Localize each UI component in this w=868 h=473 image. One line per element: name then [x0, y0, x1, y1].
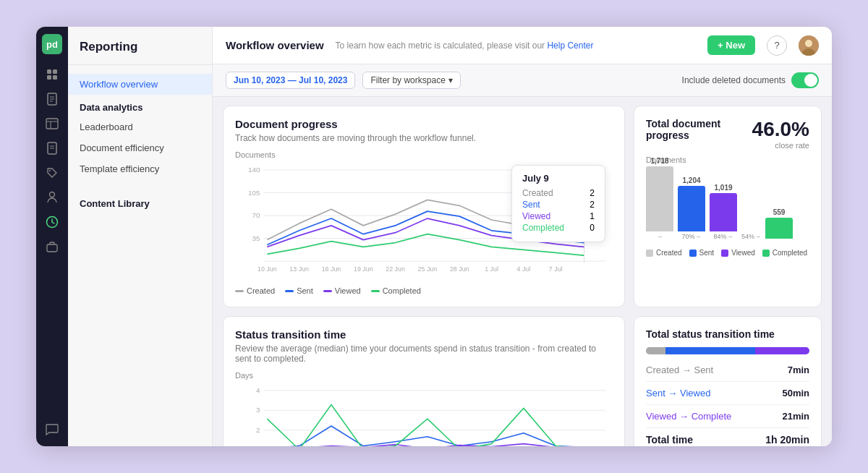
- main-content: Workflow overview To learn how each metr…: [213, 27, 832, 446]
- tooltip-label-created: Created: [522, 188, 553, 198]
- doc-progress-title: Document progress: [235, 118, 613, 130]
- tooltip-date: July 9: [522, 173, 595, 184]
- sidebar-item-leaderboard[interactable]: Leaderboard: [68, 116, 212, 137]
- legend-completed: Completed: [371, 286, 421, 295]
- avatar: [799, 35, 819, 56]
- svg-text:4 Jul: 4 Jul: [517, 265, 531, 273]
- status-transition-chart: 4 3 2 1 10 Jun 16 Jun 22 Jun: [235, 383, 613, 446]
- filter-workspace-button[interactable]: Filter by workspace ▾: [362, 72, 460, 89]
- sidebar-item-workflow-overview[interactable]: Workflow overview: [68, 74, 212, 95]
- svg-text:7 Jul: 7 Jul: [549, 265, 563, 273]
- bar-viewed: 1,019 84%→: [710, 184, 737, 240]
- segment-viewed: [755, 347, 809, 354]
- sidebar-item-content-library[interactable]: Content Library: [68, 191, 212, 213]
- total-card-header: Total documentprogress 46.0% close rate: [646, 118, 809, 150]
- svg-rect-8: [46, 119, 58, 129]
- tooltip-label-viewed: Viewed: [522, 211, 550, 221]
- bar-legend-completed: Completed: [762, 249, 807, 257]
- svg-rect-0: [47, 69, 51, 74]
- nav-sidebar: Reporting Workflow overview Data analyti…: [68, 27, 213, 446]
- chart-tooltip: July 9 Created 2 Sent 2 Viewed: [511, 165, 605, 242]
- help-button[interactable]: ?: [767, 35, 787, 56]
- bar-legend-sent: Sent: [689, 249, 715, 257]
- include-deleted-toggle[interactable]: [791, 72, 819, 88]
- progress-bar-track: [646, 347, 809, 354]
- sidebar-icon-table[interactable]: [42, 114, 62, 134]
- bar-created-rect: [646, 166, 673, 231]
- svg-text:35: 35: [252, 234, 260, 242]
- sidebar-item-data-analytics[interactable]: Data analytics: [68, 95, 212, 116]
- tooltip-label-sent: Sent: [522, 200, 540, 210]
- tooltip-row-viewed: Viewed 1: [522, 211, 595, 221]
- total-doc-bar-chart: 1,718 → 1,204 70%→ 1,019: [646, 167, 809, 243]
- svg-text:3: 3: [256, 406, 260, 414]
- tooltip-value-viewed: 1: [590, 211, 595, 221]
- transition-row-viewed: Viewed → Complete 21min: [646, 411, 809, 428]
- help-center-link[interactable]: Help Center: [547, 41, 593, 51]
- total-status-title: Total status transition time: [646, 328, 809, 340]
- total-time-value: 1h 20min: [765, 434, 809, 446]
- include-deleted-label: Include deleted documents: [682, 75, 786, 85]
- transition-label-sent: Sent → Viewed: [646, 388, 710, 399]
- tooltip-value-completed: 0: [590, 223, 595, 233]
- legend-dot-completed: [371, 290, 380, 292]
- sidebar-icon-chat[interactable]: [42, 419, 62, 439]
- doc-progress-card: Document progress Track how documents ar…: [223, 106, 625, 307]
- legend-sent: Sent: [285, 286, 313, 295]
- nav-title: Reporting: [80, 40, 200, 54]
- progress-bar-area: [646, 347, 809, 354]
- svg-text:16 Jun: 16 Jun: [322, 265, 341, 273]
- bar-completed: 559: [765, 208, 793, 240]
- transition-value-viewed: 21min: [782, 411, 809, 422]
- segment-sent: [665, 347, 755, 354]
- sidebar-icon-tag[interactable]: [42, 163, 62, 183]
- svg-text:2: 2: [256, 426, 260, 434]
- sidebar-icon-docs2[interactable]: [42, 138, 62, 158]
- svg-point-14: [49, 170, 51, 171]
- svg-text:140: 140: [248, 166, 260, 174]
- sidebar-icon-briefcase[interactable]: [42, 236, 62, 257]
- sidebar-icon-grid[interactable]: [42, 64, 62, 85]
- sidebar-icon-person[interactable]: [42, 187, 62, 208]
- svg-rect-17: [47, 244, 57, 252]
- bar-sent: 1,204 70%→: [678, 176, 705, 240]
- tooltip-row-created: Created 2: [522, 188, 595, 198]
- sidebar-icon-docs[interactable]: [42, 89, 62, 109]
- sidebar-item-template-efficiency[interactable]: Template efficiency: [68, 158, 212, 179]
- legend-dot-created: [235, 290, 244, 292]
- date-range-button[interactable]: Jun 10, 2023 — Jul 10, 2023: [226, 72, 355, 89]
- transition-value-sent: 50min: [782, 388, 809, 399]
- total-doc-progress-card: Total documentprogress 46.0% close rate …: [634, 106, 822, 307]
- bar-spacer: 54%→: [741, 193, 761, 240]
- legend-dot-viewed: [323, 290, 332, 292]
- help-text: To learn how each metric is calculated, …: [336, 41, 696, 51]
- tooltip-row-sent: Sent 2: [522, 200, 595, 210]
- legend-created: Created: [235, 286, 275, 295]
- sidebar-item-document-efficiency[interactable]: Document efficiency: [68, 137, 212, 158]
- status-title: Status transition time: [235, 328, 613, 341]
- new-button[interactable]: + New: [707, 35, 755, 55]
- bar-viewed-rect: [710, 193, 737, 231]
- svg-text:19 Jun: 19 Jun: [354, 265, 373, 273]
- close-rate-label: close rate: [752, 141, 809, 150]
- transition-label-created: Created → Sent: [646, 365, 713, 375]
- close-rate-area: 46.0% close rate: [752, 118, 809, 150]
- bar-legend: Created Sent Viewed Completed: [646, 249, 809, 257]
- doc-progress-subtitle: Track how documents are moving through t…: [235, 133, 613, 143]
- doc-progress-y-label: Documents: [235, 150, 613, 159]
- nav-section: Workflow overview Data analytics Leaderb…: [68, 65, 212, 182]
- segment-created: [646, 347, 665, 354]
- sidebar-icon-clock[interactable]: [42, 212, 62, 232]
- nav-section-library: Content Library: [68, 182, 212, 216]
- app-logo: pd: [42, 34, 62, 54]
- svg-rect-2: [47, 75, 51, 80]
- filter-bar-right: Include deleted documents: [682, 72, 819, 88]
- tooltip-row-completed: Completed 0: [522, 223, 595, 233]
- total-status-card: Total status transition time Created → S…: [634, 316, 822, 446]
- svg-rect-3: [53, 75, 57, 80]
- legend-viewed: Viewed: [323, 286, 361, 295]
- main-grid: Document progress Track how documents ar…: [213, 97, 832, 316]
- svg-text:28 Jun: 28 Jun: [450, 265, 469, 273]
- svg-text:22 Jun: 22 Jun: [386, 265, 405, 273]
- doc-progress-chart-area: Documents 140 105 70 35: [235, 150, 613, 281]
